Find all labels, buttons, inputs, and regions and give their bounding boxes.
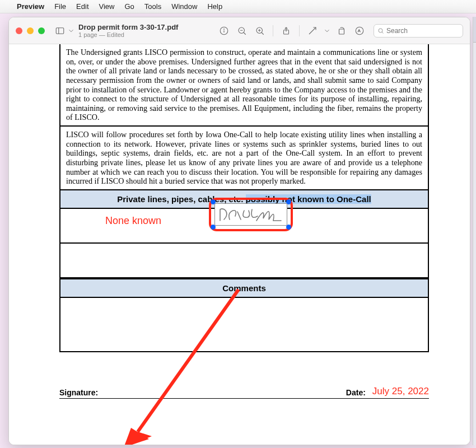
svg-line-9 <box>262 32 264 35</box>
svg-marker-19 <box>124 432 152 445</box>
onecall-paragraph: LISCO will follow procedures set forth b… <box>60 127 428 189</box>
sidebar-toggle-button[interactable] <box>53 24 67 38</box>
resize-handle[interactable] <box>286 199 291 204</box>
svg-rect-14 <box>339 29 344 34</box>
svg-rect-0 <box>56 27 64 34</box>
menu-view[interactable]: View <box>99 2 115 11</box>
signature-annotation[interactable] <box>209 198 293 231</box>
background-window-sliver <box>473 17 476 445</box>
markup-button[interactable] <box>305 24 320 38</box>
menu-window[interactable]: Window <box>171 2 197 11</box>
document-title-block: Drop permit form 3-30-17.pdf 1 page — Ed… <box>78 23 178 38</box>
highlight-button[interactable] <box>352 24 367 38</box>
fullscreen-window-button[interactable] <box>38 27 45 34</box>
markup-menu-chevron-icon[interactable] <box>323 24 331 38</box>
search-icon <box>377 27 384 34</box>
svg-point-16 <box>379 29 382 32</box>
date-label: Date: <box>346 388 366 397</box>
svg-line-6 <box>244 32 246 35</box>
window-titlebar: Drop permit form 3-30-17.pdf 1 page — Ed… <box>9 17 470 44</box>
app-menu[interactable]: Preview <box>17 2 44 11</box>
resize-handle[interactable] <box>286 225 291 230</box>
zoom-in-button[interactable] <box>253 24 267 38</box>
resize-handle[interactable] <box>211 199 216 204</box>
none-known-annotation[interactable]: None known <box>105 214 161 227</box>
document-filename: Drop permit form 3-30-17.pdf <box>78 23 178 31</box>
menu-edit[interactable]: Edit <box>76 2 88 11</box>
comments-cell <box>60 298 428 351</box>
document-viewport[interactable]: The Undersigned grants LISCO permission … <box>9 44 470 445</box>
document-subtitle: 1 page — Edited <box>78 31 178 38</box>
private-lines-cell-1: None known <box>60 209 428 244</box>
search-input[interactable] <box>386 27 454 35</box>
private-lines-cell-2 <box>60 244 428 278</box>
zoom-out-button[interactable] <box>235 24 249 38</box>
pdf-page: The Undersigned grants LISCO permission … <box>59 44 429 399</box>
info-button[interactable] <box>217 24 231 38</box>
sidebar-menu-chevron-icon[interactable] <box>67 24 75 38</box>
resize-handle[interactable] <box>211 225 216 230</box>
menu-tools[interactable]: Tools <box>144 2 161 11</box>
svg-line-17 <box>382 32 384 34</box>
share-button[interactable] <box>279 24 293 38</box>
svg-point-4 <box>224 29 225 29</box>
comments-header: Comments <box>60 278 428 298</box>
signature-box <box>214 203 287 226</box>
search-field[interactable] <box>374 24 463 38</box>
system-menubar: Preview File Edit View Go Tools Window H… <box>0 0 476 13</box>
preview-window: Drop permit form 3-30-17.pdf 1 page — Ed… <box>8 17 470 445</box>
traffic-lights <box>16 27 45 34</box>
permission-paragraph: The Undersigned grants LISCO permission … <box>60 44 428 127</box>
toolbar-group <box>217 24 463 38</box>
signature-label: Signature: <box>59 388 98 397</box>
menu-file[interactable]: File <box>54 2 66 11</box>
rotate-button[interactable] <box>334 24 349 38</box>
signature-scribble-icon <box>217 205 284 224</box>
signature-line: Signature: Date: July 25, 2022 <box>59 386 429 399</box>
menu-go[interactable]: Go <box>124 2 134 11</box>
minimize-window-button[interactable] <box>27 27 34 34</box>
menu-help[interactable]: Help <box>207 2 222 11</box>
close-window-button[interactable] <box>16 27 22 34</box>
svg-marker-20 <box>124 428 149 445</box>
date-annotation[interactable]: July 25, 2022 <box>372 386 429 397</box>
